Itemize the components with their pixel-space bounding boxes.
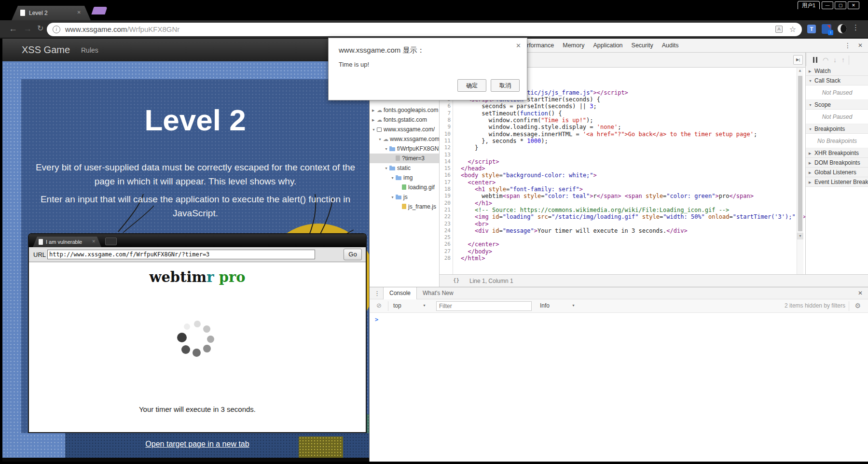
- line-number[interactable]: 20: [440, 200, 453, 207]
- line-number[interactable]: 10: [440, 131, 453, 138]
- devtools-menu-icon[interactable]: ⋮: [844, 42, 851, 49]
- line-number[interactable]: 9: [440, 124, 453, 130]
- line-number[interactable]: 11: [440, 138, 453, 144]
- line-number[interactable]: 12: [440, 144, 453, 151]
- step-into-icon[interactable]: ↓: [833, 56, 837, 64]
- sidebar-section-global-listeners[interactable]: ▶Global Listeners: [806, 168, 868, 177]
- section-expand-icon[interactable]: ▶: [809, 149, 813, 158]
- sidebar-section-dom-breakpoints[interactable]: ▶DOM Breakpoints: [806, 158, 868, 168]
- file-tree-item[interactable]: ▶☁fonts.googleapis.com: [370, 105, 440, 115]
- tree-expand-icon[interactable]: ▼: [391, 173, 396, 183]
- url-bar[interactable]: i www.xssgame.com/WrfpuKFX8GNr A ☆: [47, 23, 802, 36]
- sidebar-section-watch[interactable]: ▶Watch: [806, 66, 868, 76]
- section-expand-icon[interactable]: ▼: [809, 125, 813, 134]
- line-number[interactable]: 16: [440, 172, 453, 179]
- line-number[interactable]: 26: [440, 241, 453, 248]
- line-number[interactable]: 15: [440, 165, 453, 172]
- browser-tab[interactable]: Level 2 ✕: [12, 6, 91, 20]
- sidebar-section-scope[interactable]: ▼Scope: [806, 100, 868, 110]
- rules-link[interactable]: Rules: [81, 46, 98, 54]
- file-tree-item[interactable]: ▼static: [370, 163, 440, 173]
- translate-page-icon[interactable]: A: [775, 26, 783, 33]
- scrollbar-up-icon[interactable]: ▼: [798, 69, 802, 73]
- bookmark-star-icon[interactable]: ☆: [789, 25, 796, 34]
- file-tree-item[interactable]: ?timer=3: [370, 154, 440, 163]
- devtools-tab-application[interactable]: Application: [589, 39, 627, 52]
- step-over-icon[interactable]: ◠: [823, 56, 828, 64]
- line-number[interactable]: 13: [440, 152, 453, 158]
- sidebar-section-event-listener-breakpoints[interactable]: ▶Event Listener Breakpoints: [806, 177, 868, 187]
- code-editor[interactable]: 1234567891011121314151617181920212223242…: [440, 68, 805, 287]
- extension-icon[interactable]: !: [822, 24, 831, 34]
- tab-console[interactable]: Console: [383, 287, 417, 299]
- clear-console-icon[interactable]: ⊘: [376, 302, 382, 309]
- file-tree-item[interactable]: ▼js: [370, 192, 440, 202]
- line-number[interactable]: 22: [440, 213, 453, 220]
- console-filter-input[interactable]: [436, 301, 532, 311]
- tree-expand-icon[interactable]: ▼: [385, 164, 389, 173]
- line-number[interactable]: 28: [440, 255, 453, 262]
- dialog-ok-button[interactable]: 确定: [457, 79, 486, 92]
- console-prompt-icon[interactable]: >: [375, 316, 378, 323]
- file-tree-item[interactable]: js_frame.js: [370, 202, 440, 211]
- maximize-button[interactable]: ▢: [835, 1, 846, 9]
- file-tree-item[interactable]: ▼f/WrfpuKFX8GNr: [370, 144, 440, 154]
- navigator-toggle-button[interactable]: ▶|: [793, 55, 803, 65]
- step-out-icon[interactable]: ↑: [841, 56, 845, 64]
- frame-tab-close-icon[interactable]: ✕: [92, 239, 96, 244]
- line-number[interactable]: 18: [440, 186, 453, 193]
- context-selector[interactable]: top: [393, 302, 401, 309]
- dialog-cancel-button[interactable]: 取消: [491, 79, 520, 92]
- console-settings-icon[interactable]: ⚙: [854, 302, 861, 309]
- close-button[interactable]: ✕: [848, 1, 859, 9]
- scrollbar-down-icon[interactable]: ▼: [797, 233, 803, 239]
- section-expand-icon[interactable]: ▶: [809, 158, 813, 168]
- sidebar-section-breakpoints[interactable]: ▼Breakpoints: [806, 124, 868, 134]
- devtools-tab-security[interactable]: Security: [627, 39, 658, 52]
- new-tab-stub[interactable]: [91, 7, 107, 14]
- file-tree-item[interactable]: loading.gif: [370, 183, 440, 192]
- site-brand[interactable]: XSS Game: [22, 44, 70, 56]
- line-number[interactable]: 25: [440, 234, 453, 241]
- console-close-icon[interactable]: ✕: [858, 290, 863, 296]
- line-number[interactable]: 8: [440, 117, 453, 124]
- dialog-close-icon[interactable]: ✕: [516, 42, 521, 49]
- pretty-print-icon[interactable]: {}: [453, 277, 459, 283]
- tree-expand-icon[interactable]: ▼: [385, 144, 389, 154]
- devtools-tab-audits[interactable]: Audits: [658, 39, 683, 52]
- minimize-button[interactable]: —: [822, 1, 833, 9]
- section-expand-icon[interactable]: ▼: [809, 100, 813, 110]
- moon-extension-icon[interactable]: [838, 24, 847, 33]
- context-caret-icon[interactable]: ▼: [423, 304, 426, 307]
- devtools-tab-memory[interactable]: Memory: [558, 39, 589, 52]
- sidebar-section-call-stack[interactable]: ▼Call Stack: [806, 76, 868, 85]
- line-number[interactable]: 17: [440, 179, 453, 186]
- line-number[interactable]: 24: [440, 227, 453, 234]
- level-caret-icon[interactable]: ▼: [572, 304, 575, 307]
- file-tree-item[interactable]: ▼☁www.xssgame.com: [370, 134, 440, 144]
- back-icon[interactable]: ←: [9, 24, 17, 34]
- tab-close-icon[interactable]: ✕: [77, 10, 81, 15]
- file-tree-item[interactable]: ▶☁fonts.gstatic.com: [370, 115, 440, 125]
- line-number[interactable]: 6: [440, 103, 453, 110]
- page-info-icon[interactable]: i: [53, 26, 60, 33]
- line-number[interactable]: 21: [440, 207, 453, 213]
- tree-expand-icon[interactable]: ▼: [372, 125, 377, 134]
- tree-expand-icon[interactable]: ▼: [378, 135, 383, 144]
- forward-icon[interactable]: →: [23, 24, 32, 34]
- line-number[interactable]: 23: [440, 221, 453, 227]
- reload-icon[interactable]: ↻: [37, 24, 43, 33]
- scrollbar-thumb[interactable]: [798, 76, 802, 231]
- line-number[interactable]: 19: [440, 193, 453, 199]
- line-number[interactable]: 14: [440, 158, 453, 165]
- section-expand-icon[interactable]: ▶: [809, 178, 813, 187]
- section-expand-icon[interactable]: ▶: [809, 67, 813, 76]
- file-tree-item[interactable]: ▼img: [370, 173, 440, 183]
- console-menu-icon[interactable]: ⋮: [374, 290, 380, 297]
- profile-button[interactable]: 用户1: [798, 1, 820, 9]
- line-number[interactable]: 7: [440, 110, 453, 117]
- open-target-link[interactable]: Open target page in a new tab: [28, 440, 367, 449]
- section-expand-icon[interactable]: ▼: [809, 76, 813, 86]
- tab-whats-new[interactable]: What's New: [417, 287, 459, 299]
- browser-menu-icon[interactable]: ⋮: [852, 23, 859, 32]
